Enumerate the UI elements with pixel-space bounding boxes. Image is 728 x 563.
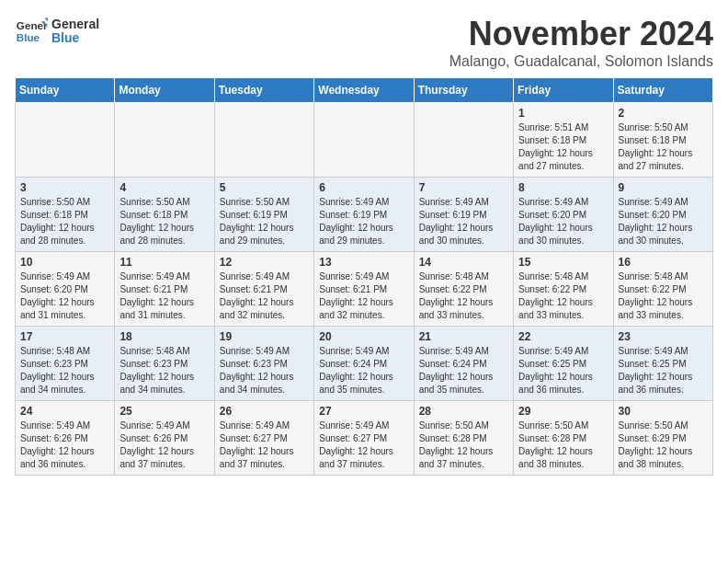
title-block: November 2024 Malango, Guadalcanal, Solo… <box>449 15 713 70</box>
calendar-cell: 3Sunrise: 5:50 AM Sunset: 6:18 PM Daylig… <box>16 178 115 252</box>
day-number: 6 <box>319 181 408 194</box>
calendar-cell: 25Sunrise: 5:49 AM Sunset: 6:26 PM Dayli… <box>115 401 214 476</box>
column-header-monday: Monday <box>115 78 214 103</box>
day-info: Sunrise: 5:49 AM Sunset: 6:21 PM Dayligh… <box>319 270 408 322</box>
day-info: Sunrise: 5:48 AM Sunset: 6:22 PM Dayligh… <box>518 270 608 322</box>
day-info: Sunrise: 5:49 AM Sunset: 6:25 PM Dayligh… <box>619 345 708 396</box>
calendar-week-row: 17Sunrise: 5:48 AM Sunset: 6:23 PM Dayli… <box>16 327 713 401</box>
day-number: 17 <box>20 330 109 343</box>
day-info: Sunrise: 5:50 AM Sunset: 6:28 PM Dayligh… <box>518 419 608 471</box>
calendar-cell: 4Sunrise: 5:50 AM Sunset: 6:18 PM Daylig… <box>115 178 214 252</box>
day-number: 7 <box>419 181 508 194</box>
day-number: 1 <box>518 107 608 120</box>
day-number: 12 <box>220 256 309 269</box>
calendar-cell: 21Sunrise: 5:49 AM Sunset: 6:24 PM Dayli… <box>414 327 513 401</box>
day-info: Sunrise: 5:48 AM Sunset: 6:22 PM Dayligh… <box>419 270 508 322</box>
month-title: November 2024 <box>449 15 713 53</box>
calendar-cell: 30Sunrise: 5:50 AM Sunset: 6:29 PM Dayli… <box>613 401 712 476</box>
calendar-cell: 11Sunrise: 5:49 AM Sunset: 6:21 PM Dayli… <box>115 252 214 327</box>
day-number: 10 <box>20 256 109 269</box>
day-info: Sunrise: 5:50 AM Sunset: 6:18 PM Dayligh… <box>119 196 209 247</box>
calendar-cell <box>414 103 513 178</box>
calendar-cell: 5Sunrise: 5:50 AM Sunset: 6:19 PM Daylig… <box>214 178 313 252</box>
day-number: 16 <box>619 256 708 269</box>
calendar-cell: 29Sunrise: 5:50 AM Sunset: 6:28 PM Dayli… <box>514 401 613 476</box>
day-number: 27 <box>319 405 408 418</box>
day-info: Sunrise: 5:50 AM Sunset: 6:18 PM Dayligh… <box>619 121 708 173</box>
calendar-cell: 10Sunrise: 5:49 AM Sunset: 6:20 PM Dayli… <box>16 252 115 327</box>
day-number: 21 <box>419 330 508 343</box>
day-info: Sunrise: 5:51 AM Sunset: 6:18 PM Dayligh… <box>518 121 608 173</box>
day-info: Sunrise: 5:50 AM Sunset: 6:29 PM Dayligh… <box>619 419 708 471</box>
day-info: Sunrise: 5:49 AM Sunset: 6:19 PM Dayligh… <box>419 196 508 247</box>
calendar-week-row: 1Sunrise: 5:51 AM Sunset: 6:18 PM Daylig… <box>16 103 713 178</box>
day-number: 9 <box>619 181 708 194</box>
day-number: 11 <box>119 256 209 269</box>
calendar-cell: 12Sunrise: 5:49 AM Sunset: 6:21 PM Dayli… <box>214 252 313 327</box>
calendar-cell: 9Sunrise: 5:49 AM Sunset: 6:20 PM Daylig… <box>613 178 712 252</box>
calendar-cell: 13Sunrise: 5:49 AM Sunset: 6:21 PM Dayli… <box>314 252 414 327</box>
day-info: Sunrise: 5:49 AM Sunset: 6:20 PM Dayligh… <box>619 196 708 247</box>
day-info: Sunrise: 5:49 AM Sunset: 6:21 PM Dayligh… <box>119 270 209 322</box>
calendar-cell: 1Sunrise: 5:51 AM Sunset: 6:18 PM Daylig… <box>514 103 613 178</box>
day-number: 4 <box>119 181 209 194</box>
day-number: 2 <box>619 107 708 120</box>
calendar-week-row: 3Sunrise: 5:50 AM Sunset: 6:18 PM Daylig… <box>16 178 713 252</box>
day-number: 8 <box>518 181 608 194</box>
column-header-tuesday: Tuesday <box>214 78 313 103</box>
day-number: 19 <box>220 330 309 343</box>
day-number: 5 <box>220 181 309 194</box>
calendar-week-row: 24Sunrise: 5:49 AM Sunset: 6:26 PM Dayli… <box>16 401 713 476</box>
day-number: 23 <box>619 330 708 343</box>
calendar-cell: 20Sunrise: 5:49 AM Sunset: 6:24 PM Dayli… <box>314 327 414 401</box>
calendar-cell: 19Sunrise: 5:49 AM Sunset: 6:23 PM Dayli… <box>214 327 313 401</box>
day-number: 15 <box>518 256 608 269</box>
logo-icon: General Blue <box>15 15 48 48</box>
svg-text:Blue: Blue <box>17 31 40 43</box>
day-info: Sunrise: 5:48 AM Sunset: 6:22 PM Dayligh… <box>619 270 708 322</box>
calendar-cell: 18Sunrise: 5:48 AM Sunset: 6:23 PM Dayli… <box>115 327 214 401</box>
calendar-cell <box>214 103 313 178</box>
calendar-cell: 27Sunrise: 5:49 AM Sunset: 6:27 PM Dayli… <box>314 401 414 476</box>
day-number: 29 <box>518 405 608 418</box>
day-number: 18 <box>119 330 209 343</box>
column-header-friday: Friday <box>514 78 613 103</box>
day-number: 24 <box>20 405 109 418</box>
calendar-cell: 8Sunrise: 5:49 AM Sunset: 6:20 PM Daylig… <box>514 178 613 252</box>
day-info: Sunrise: 5:50 AM Sunset: 6:18 PM Dayligh… <box>20 196 109 247</box>
day-info: Sunrise: 5:49 AM Sunset: 6:26 PM Dayligh… <box>20 419 109 471</box>
header: General Blue General Blue November 2024 … <box>15 15 713 70</box>
calendar-cell <box>314 103 414 178</box>
logo: General Blue General Blue <box>15 15 99 48</box>
day-info: Sunrise: 5:49 AM Sunset: 6:24 PM Dayligh… <box>319 345 408 396</box>
calendar-week-row: 10Sunrise: 5:49 AM Sunset: 6:20 PM Dayli… <box>16 252 713 327</box>
calendar-cell: 6Sunrise: 5:49 AM Sunset: 6:19 PM Daylig… <box>314 178 414 252</box>
day-info: Sunrise: 5:49 AM Sunset: 6:21 PM Dayligh… <box>220 270 309 322</box>
day-info: Sunrise: 5:49 AM Sunset: 6:26 PM Dayligh… <box>119 419 209 471</box>
day-number: 26 <box>220 405 309 418</box>
calendar-cell: 17Sunrise: 5:48 AM Sunset: 6:23 PM Dayli… <box>16 327 115 401</box>
calendar-cell: 7Sunrise: 5:49 AM Sunset: 6:19 PM Daylig… <box>414 178 513 252</box>
day-info: Sunrise: 5:48 AM Sunset: 6:23 PM Dayligh… <box>119 345 209 396</box>
column-header-sunday: Sunday <box>16 78 115 103</box>
day-number: 22 <box>518 330 608 343</box>
day-number: 3 <box>20 181 109 194</box>
calendar-cell: 24Sunrise: 5:49 AM Sunset: 6:26 PM Dayli… <box>16 401 115 476</box>
svg-text:General: General <box>17 19 48 31</box>
calendar-cell: 15Sunrise: 5:48 AM Sunset: 6:22 PM Dayli… <box>514 252 613 327</box>
column-header-saturday: Saturday <box>613 78 712 103</box>
calendar-cell: 28Sunrise: 5:50 AM Sunset: 6:28 PM Dayli… <box>414 401 513 476</box>
calendar-cell: 26Sunrise: 5:49 AM Sunset: 6:27 PM Dayli… <box>214 401 313 476</box>
day-number: 25 <box>119 405 209 418</box>
calendar-cell <box>115 103 214 178</box>
column-header-wednesday: Wednesday <box>314 78 414 103</box>
calendar-cell: 23Sunrise: 5:49 AM Sunset: 6:25 PM Dayli… <box>613 327 712 401</box>
day-info: Sunrise: 5:50 AM Sunset: 6:28 PM Dayligh… <box>419 419 508 471</box>
day-info: Sunrise: 5:49 AM Sunset: 6:25 PM Dayligh… <box>518 345 608 396</box>
calendar-cell: 2Sunrise: 5:50 AM Sunset: 6:18 PM Daylig… <box>613 103 712 178</box>
day-info: Sunrise: 5:49 AM Sunset: 6:20 PM Dayligh… <box>518 196 608 247</box>
day-info: Sunrise: 5:49 AM Sunset: 6:23 PM Dayligh… <box>220 345 309 396</box>
day-info: Sunrise: 5:49 AM Sunset: 6:27 PM Dayligh… <box>319 419 408 471</box>
calendar-table: SundayMondayTuesdayWednesdayThursdayFrid… <box>15 77 713 476</box>
day-number: 28 <box>419 405 508 418</box>
